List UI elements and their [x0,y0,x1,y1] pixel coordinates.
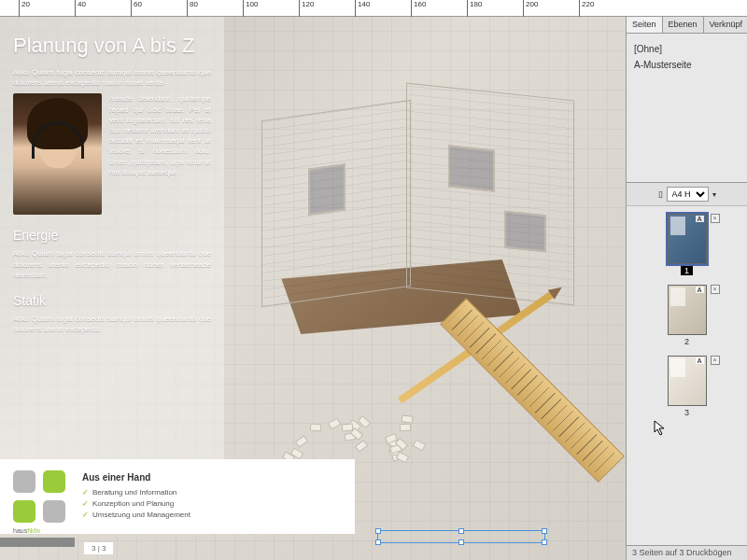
ruler-tick: 140 [355,0,370,17]
page-number-label: 2 [684,337,689,346]
ruler-tick: 60 [131,0,142,17]
heading-energie: Energie [13,228,211,243]
page-thumbnails[interactable]: A×1A×2A×3 [627,206,747,425]
ruler-tick: 200 [523,0,538,17]
ruler-tick: 100 [243,0,258,17]
master-page-item[interactable]: A-Musterseite [634,57,740,73]
house-3d-illustration [261,73,588,371]
master-page-item[interactable]: [Ohne] [634,41,740,57]
ruler-tick: 160 [411,0,426,17]
rubble-illustration [280,409,448,465]
master-letter-badge: A [696,357,704,364]
headset-icon [32,121,84,159]
selection-frame[interactable] [377,530,545,543]
brand-name: hausfiktiv [13,527,40,534]
ruler-tick: 180 [467,0,482,17]
footer-item: ✓Umsetzung und Management [82,511,190,519]
energie-text: Aliko Quiam fugia consedis sumqui omnis … [13,248,211,280]
close-icon[interactable]: × [711,285,720,294]
heading-statik: Statik [13,293,211,308]
panel-tab[interactable]: Ebenen [663,17,704,33]
panel-tabs[interactable]: SeitenEbenenVerknüpf [627,17,747,34]
ruler-tick: 40 [75,0,86,17]
page-number-label: 3 [684,408,689,417]
column-text: meade delendam, quidempe reped qui odic … [109,93,211,215]
page-title: Planung von A bis Z [13,34,211,58]
panel-tab[interactable]: Verknüpf [704,17,747,33]
document-canvas[interactable]: Planung von A bis Z Aliko Quiam fugia co… [0,17,626,560]
page-size-row[interactable]: ▯ A4 H ▾ [627,183,747,206]
footer-item: ✓Beratung und Information [82,488,190,497]
page-thumbnail[interactable]: A×2 [668,285,707,346]
pages-panel[interactable]: SeitenEbenenVerknüpf [Ohne]A-Musterseite… [626,17,747,560]
page-thumbnail[interactable]: A×1 [668,214,707,275]
master-pages-list[interactable]: [Ohne]A-Musterseite [627,34,747,183]
text-overlay-panel: Planung von A bis Z Aliko Quiam fugia co… [0,17,224,474]
page-number-label: 1 [681,266,693,275]
footer-box: hausfiktiv Aus einer Hand ✓Beratung und … [0,459,355,534]
statik-text: Aliko Quiam fugia consedis sumqui omnis … [13,314,211,334]
footer-heading: Aus einer Hand [82,472,190,483]
support-agent-photo [13,93,102,215]
page-thumbnail[interactable]: A×3 [668,356,707,417]
footer-item: ✓Konzeption und Planung [82,499,190,508]
mouse-cursor-icon [654,420,667,437]
ruler-tick: 220 [579,0,594,17]
close-icon[interactable]: × [711,214,720,223]
intro-text: Aliko Quiam fugia consedis sumqui omnis … [13,67,211,88]
panel-status: 3 Seiten auf 3 Druckbögen [627,545,747,560]
panel-tab[interactable]: Seiten [627,17,663,33]
brand-logo: hausfiktiv [13,470,65,523]
close-icon[interactable]: × [711,356,720,365]
horizontal-ruler[interactable]: 20406080100120140160180200220 [0,0,747,17]
ruler-tick: 80 [187,0,198,17]
page-bar [0,538,75,547]
master-letter-badge: A [696,216,704,222]
master-letter-badge: A [696,287,704,293]
page-number: 3 | 3 [84,542,113,554]
page-size-select[interactable]: A4 H [667,187,709,202]
ruler-tick: 20 [19,0,30,17]
ruler-tick: 120 [299,0,314,17]
